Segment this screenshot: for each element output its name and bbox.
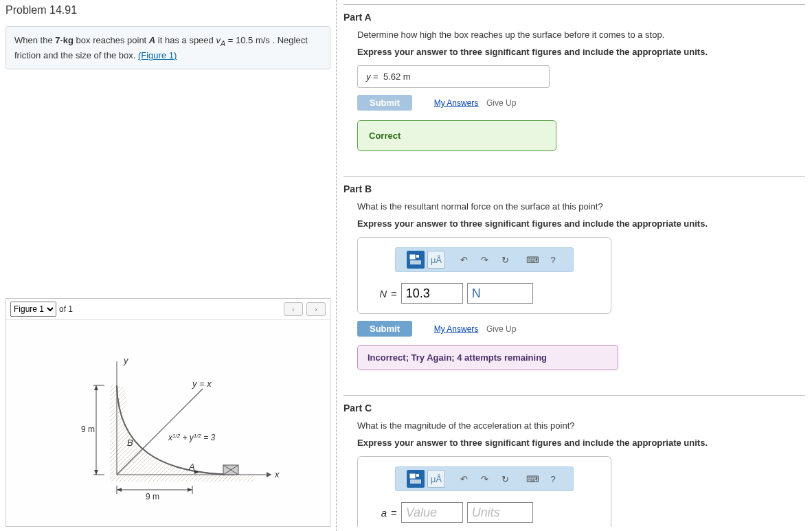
part-b-submit-button[interactable]: Submit	[357, 321, 412, 337]
curve-label: x1/2 + y1/2 = 3	[168, 433, 216, 443]
eq: =	[391, 507, 397, 519]
part-a-feedback: Correct	[357, 120, 556, 151]
part-a-heading: Part A	[343, 12, 805, 23]
eq: =	[391, 288, 397, 300]
part-c-question: What is the magnitude of the acceleratio…	[357, 420, 805, 431]
point-a-label: A	[188, 462, 195, 472]
part-a-question: Determine how high the box reaches up th…	[357, 30, 805, 40]
part-b-question: What is the resultant normal force on th…	[357, 201, 805, 212]
problem-statement: When the 7-kg box reaches point A it has…	[5, 26, 330, 69]
part-c-value-input[interactable]	[401, 502, 463, 523]
point-label: A	[149, 35, 155, 45]
answer-toolbar: μÅ ↶ ↷ ↻ ⌨ ?	[395, 466, 574, 491]
svg-rect-23	[410, 479, 421, 484]
speed-symbol: vA	[216, 35, 225, 45]
keyboard-button[interactable]: ⌨	[523, 470, 541, 488]
part-b: Part B What is the resultant normal forc…	[343, 183, 805, 370]
text: When the	[14, 35, 55, 45]
next-figure-button[interactable]: ›	[306, 302, 326, 316]
templates-button[interactable]	[407, 251, 425, 269]
redo-button[interactable]: ↷	[475, 251, 493, 269]
part-c-answer-frame: μÅ ↶ ↷ ↻ ⌨ ? a =	[357, 456, 611, 527]
part-b-giveup-link[interactable]: Give Up	[486, 324, 516, 334]
part-a: Part A Determine how high the box reache…	[343, 12, 805, 151]
part-b-answer-frame: μÅ ↶ ↷ ↻ ⌨ ? N =	[357, 237, 611, 314]
part-a-instruct: Express your answer to three significant…	[357, 47, 805, 57]
svg-rect-21	[410, 474, 415, 478]
part-b-feedback: Incorrect; Try Again; 4 attempts remaini…	[357, 345, 618, 370]
part-c: Part C What is the magnitude of the acce…	[343, 403, 805, 527]
part-a-answer-box: y = 5.62 m	[357, 65, 550, 88]
dim-width: 9 m	[146, 492, 159, 501]
axis-y-label: y	[123, 355, 129, 365]
undo-button[interactable]: ↶	[455, 251, 473, 269]
axis-x-label: x	[274, 469, 280, 479]
figure-link[interactable]: (Figure 1)	[138, 50, 177, 60]
text: box reaches point	[74, 35, 149, 45]
part-c-instruct: Express your answer to three significant…	[357, 438, 805, 448]
reset-button[interactable]: ↻	[496, 251, 514, 269]
speed-value: = 10.5 m/s	[225, 35, 270, 45]
figure-body: y x y = x x1/2 + y1/2 = 3 A B	[6, 320, 330, 526]
svg-marker-17	[188, 488, 192, 492]
text: it has a speed	[155, 35, 216, 45]
svg-marker-16	[117, 488, 122, 492]
figure-header: Figure 1 of 1 ‹ ›	[6, 299, 330, 320]
divider	[343, 176, 805, 177]
part-c-var: a	[381, 507, 387, 519]
eq: =	[371, 71, 381, 82]
svg-rect-18	[410, 255, 415, 259]
answer-toolbar: μÅ ↶ ↷ ↻ ⌨ ?	[395, 247, 574, 272]
part-a-my-answers-link[interactable]: My Answers	[434, 98, 479, 108]
part-b-value-input[interactable]	[401, 283, 463, 304]
svg-marker-11	[94, 385, 98, 390]
redo-button[interactable]: ↷	[475, 470, 493, 488]
svg-rect-22	[416, 474, 419, 477]
part-b-instruct: Express your answer to three significant…	[357, 218, 805, 229]
line-label: y = x	[192, 379, 212, 389]
problem-title: Problem 14.91	[5, 4, 330, 16]
svg-marker-2	[267, 472, 271, 477]
svg-rect-19	[416, 255, 419, 258]
templates-button[interactable]	[407, 470, 425, 488]
part-a-giveup-link[interactable]: Give Up	[486, 98, 516, 108]
dim-height: 9 m	[81, 425, 95, 434]
part-b-var: N	[379, 288, 387, 300]
part-c-units-input[interactable]	[467, 502, 533, 523]
point-b-label: B	[127, 438, 133, 448]
part-a-value: 5.62 m	[383, 71, 411, 82]
figure-selector[interactable]: Figure 1	[10, 302, 56, 317]
part-a-submit-button[interactable]: Submit	[357, 95, 412, 111]
part-b-heading: Part B	[343, 183, 805, 194]
figure-count: of 1	[59, 304, 73, 314]
divider	[343, 4, 805, 5]
greek-button[interactable]: μÅ	[427, 251, 445, 269]
greek-button[interactable]: μÅ	[427, 470, 445, 488]
svg-marker-12	[94, 470, 98, 475]
svg-rect-20	[410, 260, 421, 264]
part-c-heading: Part C	[343, 403, 805, 414]
left-column: Problem 14.91 When the 7-kg box reaches …	[0, 0, 337, 531]
prev-figure-button[interactable]: ‹	[284, 302, 303, 316]
mass: 7-kg	[55, 35, 74, 45]
reset-button[interactable]: ↻	[496, 470, 514, 488]
help-button[interactable]: ?	[544, 251, 562, 269]
right-column: Part A Determine how high the box reache…	[337, 0, 812, 531]
part-b-units-input[interactable]	[467, 283, 533, 304]
figure-panel: Figure 1 of 1 ‹ ›	[5, 298, 330, 527]
divider	[343, 395, 805, 396]
keyboard-button[interactable]: ⌨	[523, 251, 541, 269]
part-b-my-answers-link[interactable]: My Answers	[434, 324, 479, 334]
undo-button[interactable]: ↶	[455, 470, 473, 488]
help-button[interactable]: ?	[544, 470, 562, 488]
figure-svg: y x y = x x1/2 + y1/2 = 3 A B	[55, 344, 282, 502]
